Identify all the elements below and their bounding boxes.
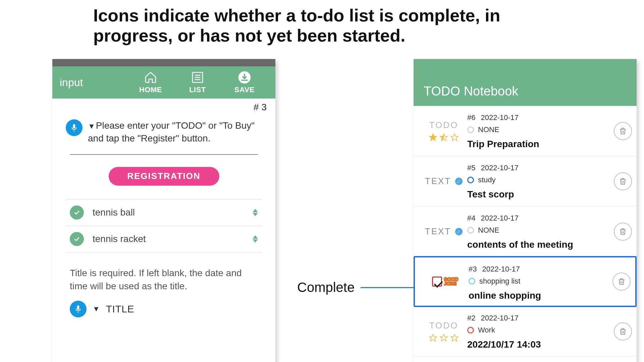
row-status: GOODJOB!! — [422, 262, 469, 301]
input-appbar: input HOME LIST SAVE — [52, 66, 275, 99]
tag-color-icon — [467, 126, 474, 133]
entry-number: # 3 — [52, 99, 275, 113]
trash-icon — [619, 177, 627, 186]
input-underline[interactable] — [70, 154, 258, 155]
chevron-down-icon: ▼ — [88, 122, 95, 130]
chevron-up-icon — [253, 209, 258, 212]
row-title: contents of the meeting — [467, 239, 614, 250]
row-number: #5 — [467, 164, 475, 172]
row-meta: #32022-10-17 — [469, 265, 612, 274]
mic-button-title[interactable] — [70, 301, 87, 317]
trash-icon — [619, 227, 627, 236]
row-title: online shopping — [469, 290, 612, 301]
headline-text: Icons indicate whether a to-do list is c… — [93, 5, 516, 46]
tag-name: NONE — [478, 226, 499, 235]
svg-marker-9 — [429, 134, 437, 141]
home-label: HOME — [139, 85, 162, 94]
chevron-up-icon — [253, 235, 258, 239]
reorder-handle[interactable] — [253, 235, 258, 243]
type-label: TEXT — [425, 226, 451, 237]
tag-color-icon — [467, 177, 474, 183]
home-icon — [144, 71, 157, 84]
notebook-item[interactable]: TODO#22022-10-17Work2022/10/17 14:03 — [414, 306, 637, 357]
row-title: 2022/10/17 14:03 — [467, 339, 614, 350]
notebook-item[interactable]: TEXT#42022-10-17NONEcontents of the meet… — [414, 206, 637, 257]
home-button[interactable]: HOME — [127, 71, 174, 94]
tag-name: study — [478, 176, 496, 184]
svg-marker-7 — [253, 235, 258, 239]
row-title: Trip Preparation — [467, 139, 614, 149]
svg-marker-14 — [429, 334, 437, 341]
trash-icon — [617, 277, 626, 286]
row-number: #6 — [467, 113, 475, 122]
notebook-item[interactable]: TODO#62022-10-17NONETrip Preparation — [414, 106, 637, 156]
registration-button[interactable]: REGISTRATION — [109, 167, 219, 186]
notebook-title: TODO Notebook — [424, 84, 518, 99]
input-hint: ▼Please enter your "TODO" or "To Buy" an… — [88, 119, 262, 145]
save-label: SAVE — [234, 85, 255, 94]
row-date: 2022-10-17 — [481, 113, 519, 122]
title-hint: Title is required. If left blank, the da… — [70, 266, 258, 293]
list-icon — [191, 71, 204, 84]
chevron-down-icon — [253, 213, 258, 216]
star-rating — [429, 133, 459, 142]
input-hint-row: ▼Please enter your "TODO" or "To Buy" an… — [66, 119, 262, 145]
attachment-icon — [455, 178, 463, 185]
tag-name: Work — [478, 326, 495, 335]
trash-icon — [619, 127, 627, 135]
save-icon — [238, 71, 251, 84]
item-label: tennis racket — [93, 234, 244, 244]
row-status: TEXT — [420, 211, 467, 252]
todo-item[interactable]: tennis racket — [66, 226, 262, 252]
tag-name: shopping list — [479, 277, 520, 286]
notebook-list: TODO#62022-10-17NONETrip PreparationTEXT… — [414, 106, 637, 357]
row-meta: #42022-10-17 — [467, 214, 614, 223]
title-row: ▼ TITLE — [70, 301, 258, 317]
svg-marker-8 — [253, 239, 258, 243]
row-tag: study — [467, 176, 614, 184]
row-tag: NONE — [467, 226, 614, 235]
delete-button[interactable] — [614, 322, 632, 341]
row-number: #3 — [469, 265, 477, 274]
list-label: LIST — [189, 85, 206, 94]
input-screen: input HOME LIST SAVE # 3 ▼Please enter y… — [52, 59, 275, 362]
trash-icon — [619, 327, 627, 336]
chevron-down-icon: ▼ — [93, 305, 100, 313]
tag-color-icon — [467, 227, 474, 234]
list-button[interactable]: LIST — [174, 71, 221, 94]
row-meta: #62022-10-17 — [467, 113, 614, 122]
row-title: Test scorp — [467, 189, 614, 200]
status-bar — [52, 59, 275, 66]
delete-button[interactable] — [614, 172, 632, 190]
check-icon[interactable] — [70, 205, 84, 220]
item-label: tennis ball — [93, 207, 244, 218]
row-date: 2022-10-17 — [481, 164, 519, 172]
delete-button[interactable] — [614, 223, 632, 241]
svg-marker-13 — [451, 134, 458, 141]
row-tag: Work — [467, 326, 614, 335]
mic-button[interactable] — [66, 119, 83, 136]
complete-label: Complete — [297, 280, 355, 295]
row-date: 2022-10-17 — [482, 265, 520, 274]
title-label: TITLE — [106, 303, 134, 315]
row-tag: NONE — [467, 125, 614, 134]
save-button[interactable]: SAVE — [221, 71, 268, 94]
notebook-item[interactable]: GOODJOB!!#32022-10-17shopping listonline… — [414, 256, 637, 307]
chevron-down-icon — [253, 239, 258, 243]
delete-button[interactable] — [614, 122, 632, 140]
todo-item[interactable]: tennis ball — [66, 199, 262, 226]
delete-button[interactable] — [612, 273, 631, 291]
notebook-item[interactable]: TEXT#52022-10-17studyTest scorp — [414, 156, 637, 206]
check-icon[interactable] — [70, 232, 84, 246]
row-date: 2022-10-17 — [481, 214, 519, 223]
row-number: #4 — [467, 214, 475, 223]
row-meta: #22022-10-17 — [467, 314, 614, 322]
attachment-icon — [455, 228, 463, 235]
svg-marker-15 — [440, 334, 447, 341]
svg-marker-5 — [253, 209, 258, 212]
reorder-handle[interactable] — [253, 209, 258, 216]
svg-marker-6 — [253, 213, 258, 216]
appbar-title: input — [60, 76, 127, 89]
goodjob-icon: GOODJOB!! — [432, 277, 459, 287]
notebook-screen: TODO Notebook TODO#62022-10-17NONETrip P… — [414, 59, 637, 362]
